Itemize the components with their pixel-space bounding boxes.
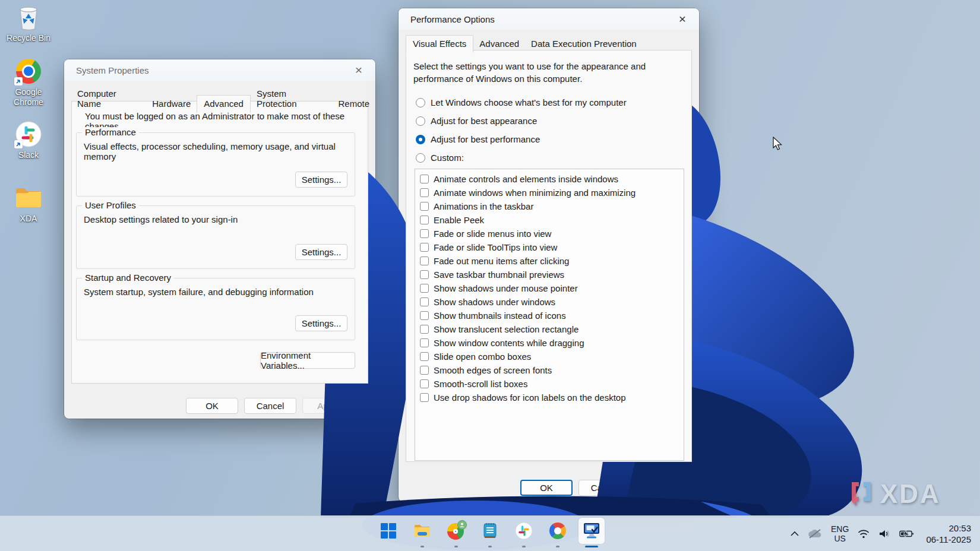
performance-group: Performance Visual effects, processor sc… [76, 132, 355, 197]
option-label: Show window contents while dragging [434, 338, 584, 348]
checkbox-icon[interactable] [420, 393, 429, 402]
checkbox-icon[interactable] [420, 297, 429, 306]
visual-effect-option[interactable]: Enable Peek [415, 213, 684, 227]
option-label: Fade out menu items after clicking [434, 256, 569, 266]
tab-advanced[interactable]: Advanced [197, 95, 251, 113]
visual-effect-option[interactable]: Smooth edges of screen fonts [415, 363, 684, 377]
desktop-icon-slack[interactable]: Slack [1, 121, 56, 160]
tab-system-protection[interactable]: System Protection [251, 86, 333, 112]
option-label: Animate controls and elements inside win… [434, 174, 618, 184]
desktop: Recycle Bin Google Chrome [0, 0, 980, 551]
checkbox-icon[interactable] [420, 202, 429, 211]
visual-effect-option[interactable]: Fade out menu items after clicking [415, 254, 684, 268]
radio-icon[interactable] [416, 98, 425, 107]
radio-icon[interactable] [416, 116, 425, 126]
desktop-icons: Recycle Bin Google Chrome [1, 4, 56, 237]
option-label: Fade or slide menus into view [434, 229, 551, 239]
notepad-button[interactable] [477, 518, 503, 544]
desktop-icon-label: XDA [20, 214, 37, 224]
checkbox-icon[interactable] [420, 270, 429, 279]
system-properties-window: System Properties × Computer Name Hardwa… [64, 59, 375, 419]
taskbar: ENG US [0, 515, 980, 551]
desktop-icon-google-chrome[interactable]: Google Chrome [1, 58, 56, 107]
clock-time: 20:53 [926, 522, 971, 534]
visual-effect-option[interactable]: Animate windows when minimizing and maxi… [415, 186, 684, 200]
checkbox-icon[interactable] [420, 175, 429, 183]
desktop-icon-xda-folder[interactable]: XDA [1, 184, 56, 224]
desktop-icon-recycle-bin[interactable]: Recycle Bin [1, 4, 56, 43]
taskbar-tray: ENG US [788, 516, 974, 551]
radio-icon[interactable] [416, 135, 425, 144]
tab-visual-effects[interactable]: Visual Effects [406, 35, 473, 53]
desktop-icon-label: Recycle Bin [7, 33, 50, 43]
folder-icon [15, 184, 42, 211]
option-label: Show shadows under mouse pointer [434, 283, 578, 293]
visual-effect-option[interactable]: Fade or slide ToolTips into view [415, 240, 684, 254]
visual-effects-list[interactable]: Animate controls and elements inside win… [415, 169, 684, 461]
visual-effect-option[interactable]: Show shadows under windows [415, 295, 684, 309]
checkbox-icon[interactable] [420, 325, 429, 334]
clock[interactable]: 20:53 06-11-2025 [923, 522, 974, 546]
visual-effect-option[interactable]: Show thumbnails instead of icons [415, 309, 684, 322]
browser-ring-button[interactable] [545, 518, 571, 544]
checkbox-icon[interactable] [420, 352, 429, 361]
startup-recovery-settings-button[interactable]: Settings... [295, 315, 347, 331]
checkbox-icon[interactable] [420, 366, 429, 375]
checkbox-icon[interactable] [420, 338, 429, 347]
environment-variables-button[interactable]: Environment Variables... [260, 352, 355, 369]
tab-data-execution-prevention[interactable]: Data Execution Prevention [525, 36, 643, 52]
tab-computer-name[interactable]: Computer Name [71, 86, 146, 112]
visual-effect-option[interactable]: Fade or slide menus into view [415, 227, 684, 240]
visual-effect-option[interactable]: Animate controls and elements inside win… [415, 172, 684, 186]
visual-effect-option[interactable]: Use drop shadows for icon labels on the … [415, 391, 684, 404]
visual-effect-option[interactable]: Show shadows under mouse pointer [415, 281, 684, 295]
shortcut-arrow-icon [14, 77, 23, 86]
visual-effect-option[interactable]: Save taskbar thumbnail previews [415, 268, 684, 281]
file-explorer-button[interactable] [409, 518, 435, 544]
running-indicator [522, 546, 526, 547]
checkbox-icon[interactable] [420, 379, 429, 388]
tray-chevron-up-icon[interactable] [788, 522, 802, 546]
visual-effect-option[interactable]: Slide open combo boxes [415, 350, 684, 363]
radio-icon[interactable] [416, 153, 425, 163]
mouse-cursor [772, 137, 784, 151]
slack-button[interactable] [511, 518, 537, 544]
option-label: Fade or slide ToolTips into view [434, 242, 557, 252]
watermark-text: XDA [880, 479, 941, 509]
option-label: Animations in the taskbar [434, 201, 533, 211]
start-button[interactable] [375, 518, 402, 544]
group-title: Performance [82, 127, 139, 137]
checkbox-icon[interactable] [420, 284, 429, 293]
checkbox-icon[interactable] [420, 256, 429, 265]
visual-effect-option[interactable]: Show window contents while dragging [415, 336, 684, 350]
battery-charging-icon[interactable] [896, 522, 916, 546]
radio-let-windows-choose[interactable]: Let Windows choose what's best for my co… [416, 97, 627, 107]
volume-icon[interactable] [875, 522, 893, 546]
notepad-icon [483, 522, 497, 539]
visual-effect-option[interactable]: Animations in the taskbar [415, 200, 684, 213]
clock-date: 06-11-2025 [926, 534, 971, 545]
visual-effect-option[interactable]: Smooth-scroll list boxes [415, 377, 684, 391]
chrome-button[interactable] [443, 518, 469, 544]
radio-label: Adjust for best appearance [431, 116, 537, 126]
checkbox-icon[interactable] [420, 311, 429, 320]
onedrive-paused-icon[interactable] [805, 522, 825, 546]
system-properties-taskbar-button[interactable] [578, 518, 605, 544]
browser-ring-icon [549, 522, 566, 539]
user-profiles-settings-button[interactable]: Settings... [295, 244, 347, 260]
checkbox-icon[interactable] [420, 243, 429, 252]
checkbox-icon[interactable] [420, 216, 429, 224]
tab-advanced[interactable]: Advanced [473, 36, 525, 52]
language-indicator[interactable]: ENG US [828, 522, 852, 546]
checkbox-icon[interactable] [420, 229, 429, 238]
visual-effect-option[interactable]: Show translucent selection rectangle [415, 322, 684, 336]
wifi-icon[interactable] [855, 522, 872, 546]
radio-adjust-best-performance[interactable]: Adjust for best performance [416, 134, 540, 144]
checkbox-icon[interactable] [420, 188, 429, 197]
language-line2: US [831, 534, 849, 543]
radio-custom[interactable]: Custom: [416, 153, 464, 163]
tab-remote[interactable]: Remote [332, 96, 375, 112]
performance-settings-button[interactable]: Settings... [295, 172, 347, 188]
tab-hardware[interactable]: Hardware [146, 96, 197, 112]
radio-adjust-best-appearance[interactable]: Adjust for best appearance [416, 116, 537, 126]
